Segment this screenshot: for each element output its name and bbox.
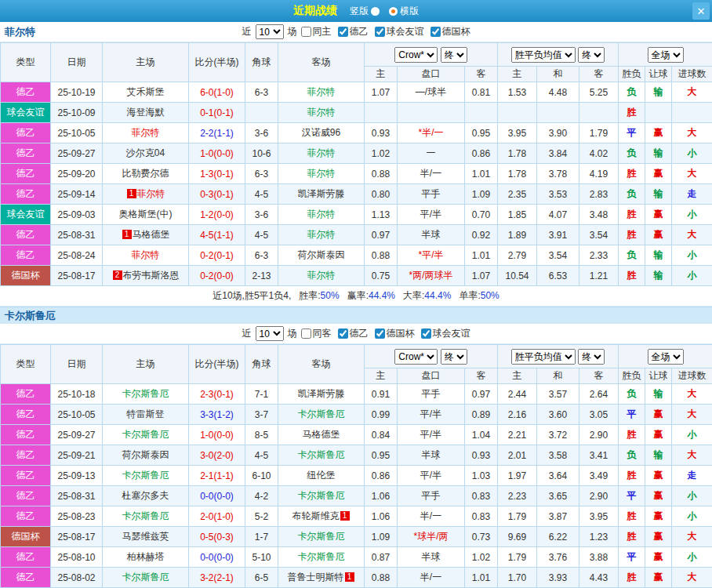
filter-checkbox-德国杯[interactable]: 德国杯 — [375, 327, 415, 340]
filter-checkbox-球会友谊[interactable]: 球会友谊 — [421, 327, 470, 340]
filter-checkbox-球会友谊[interactable]: 球会友谊 — [375, 25, 424, 38]
filter-checkbox-同客[interactable]: 同客 — [301, 327, 332, 340]
value-text: 平手 — [422, 188, 441, 199]
asia-home-odds-cell — [365, 103, 398, 123]
close-button[interactable]: ✕ — [692, 2, 710, 20]
checkbox-input[interactable] — [430, 27, 441, 37]
value-text: 大 — [688, 86, 697, 97]
away-team-cell: 布轮斯维克1 — [278, 506, 365, 527]
sub-header-handicap: 盘口 — [398, 368, 465, 384]
home-team-cell: 菲尔特 — [103, 123, 189, 143]
filter-checkbox-德乙[interactable]: 德乙 — [338, 327, 369, 340]
asia-handicap-cell: 半球 — [398, 445, 465, 466]
team-name: 杜塞尔多夫 — [122, 490, 169, 501]
date-cell: 25-08-31 — [51, 486, 103, 506]
europe-stage-select[interactable]: 终 — [578, 349, 605, 365]
checkbox-input[interactable] — [301, 27, 311, 37]
result-cell: 胜 — [619, 466, 645, 486]
layout-radio-vertical[interactable]: 竖版 — [350, 5, 380, 18]
odds-stage-select[interactable]: 终 — [441, 47, 467, 63]
value-text: 小 — [688, 209, 697, 220]
league-type-cell: 德乙 — [1, 225, 51, 245]
team-name: 菲尔特 — [307, 147, 336, 158]
value-text: 赢 — [654, 531, 663, 542]
asia-home-odds-cell: 1.06 — [365, 506, 398, 527]
europe-home-odds-cell: 3.95 — [498, 123, 537, 143]
home-team-cell: 海登海默 — [103, 103, 189, 123]
radio-checked-icon[interactable] — [389, 7, 398, 16]
checkbox-input[interactable] — [338, 27, 348, 37]
value-text: 大 — [688, 449, 697, 460]
value-text: 胜 — [627, 510, 637, 521]
result-cell: 胜 — [619, 205, 645, 225]
team-name: 卡尔斯鲁厄 — [122, 572, 169, 583]
league-type-cell: 德乙 — [1, 547, 51, 568]
value-text: 输 — [654, 270, 663, 281]
checkbox-input[interactable] — [338, 328, 348, 339]
match-count-select[interactable]: 10 — [256, 326, 284, 341]
team1-controls-row: 菲尔特 近 10 场 同主德乙球会友谊德国杯 — [0, 22, 712, 42]
checkbox-input[interactable] — [421, 328, 431, 339]
value-text: 2-3(0-1) — [200, 389, 234, 400]
sub-header-asia-home: 主 — [365, 368, 398, 384]
goals-result-cell: 小 — [672, 143, 712, 164]
europe-home-odds-cell: 1.78 — [498, 143, 537, 164]
asia-handicap-cell: *两/两球半 — [398, 266, 465, 286]
column-header-score: 比分(半场) — [189, 345, 245, 384]
team-name: 卡尔斯鲁厄 — [122, 388, 169, 399]
value-text: 平手 — [422, 388, 441, 399]
asia-away-odds-cell: 1.07 — [465, 266, 498, 286]
checkbox-input[interactable] — [301, 328, 311, 339]
value-text: 2-2(1-1) — [200, 128, 234, 139]
asia-handicap-cell: 平/半 — [398, 425, 465, 445]
match-row: 德乙25-10-18卡尔斯鲁厄2-3(0-1)7-1凯泽斯劳滕0.91平手0.9… — [1, 384, 712, 405]
value-text: 大 — [688, 408, 697, 419]
home-team-cell: 卡尔斯鲁厄 — [103, 506, 189, 527]
home-team-cell: 沙尔克04 — [103, 143, 189, 164]
europe-away-odds-cell: 2.33 — [579, 245, 619, 266]
europe-stage-select[interactable]: 终 — [578, 47, 605, 63]
handicap-result-cell: 赢 — [645, 425, 672, 445]
value-text: 小 — [688, 147, 697, 158]
score-cell: 0-1(0-1) — [189, 103, 245, 123]
layout-radio-horizontal[interactable]: 横版 — [389, 5, 419, 18]
match-count-select[interactable]: 10 — [256, 24, 284, 39]
europe-odds-select[interactable]: 胜平负均值 — [511, 47, 576, 63]
team-name: 柏林赫塔 — [127, 551, 165, 562]
checkbox-input[interactable] — [375, 27, 385, 37]
result-cell: 胜 — [619, 568, 645, 588]
europe-home-odds-cell: 9.69 — [498, 527, 537, 547]
team1-name-label: 菲尔特 — [5, 25, 35, 39]
asia-away-odds-cell: 1.03 — [465, 466, 498, 486]
score-cell: 1-3(0-1) — [189, 164, 245, 184]
value-text: 半/一 — [420, 572, 441, 583]
team-name: 凯泽斯劳滕 — [298, 388, 345, 399]
date-cell: 25-08-17 — [51, 266, 103, 286]
checkbox-input[interactable] — [375, 328, 385, 339]
corner-cell: 3-6 — [245, 205, 278, 225]
goals-result-cell: 走 — [672, 184, 712, 205]
goals-result-cell: 大 — [672, 527, 712, 547]
summary-prefix: 近10场,胜5平1负4, — [213, 289, 291, 303]
filter-checkbox-同主[interactable]: 同主 — [301, 25, 332, 38]
filter-checkbox-德乙[interactable]: 德乙 — [338, 25, 369, 38]
full-match-select[interactable]: 全场 — [648, 349, 684, 365]
odds-stage-select[interactable]: 终 — [441, 349, 467, 365]
odds-company-select[interactable]: Crow* — [394, 47, 438, 63]
europe-draw-odds-cell: 3.54 — [537, 245, 579, 266]
europe-home-odds-cell: 1.78 — [498, 164, 537, 184]
europe-away-odds-cell: 3.49 — [579, 466, 619, 486]
value-text: 大 — [688, 229, 697, 240]
team-name: 艾禾斯堡 — [127, 86, 165, 97]
odds-company-select[interactable]: Crow* — [394, 349, 438, 365]
result-cell: 平 — [619, 405, 645, 425]
full-match-select[interactable]: 全场 — [648, 47, 684, 63]
corner-cell: 6-3 — [245, 82, 278, 103]
asia-handicap-cell: 平手 — [398, 384, 465, 405]
team-name: 卡尔斯鲁厄 — [298, 408, 345, 419]
filter-checkbox-德国杯[interactable]: 德国杯 — [430, 25, 470, 38]
radio-unchecked-icon[interactable] — [371, 7, 380, 16]
europe-away-odds-cell: 4.19 — [579, 164, 619, 184]
europe-odds-select[interactable]: 胜平负均值 — [511, 349, 576, 365]
value-text: 0-5(0-3) — [200, 532, 234, 543]
